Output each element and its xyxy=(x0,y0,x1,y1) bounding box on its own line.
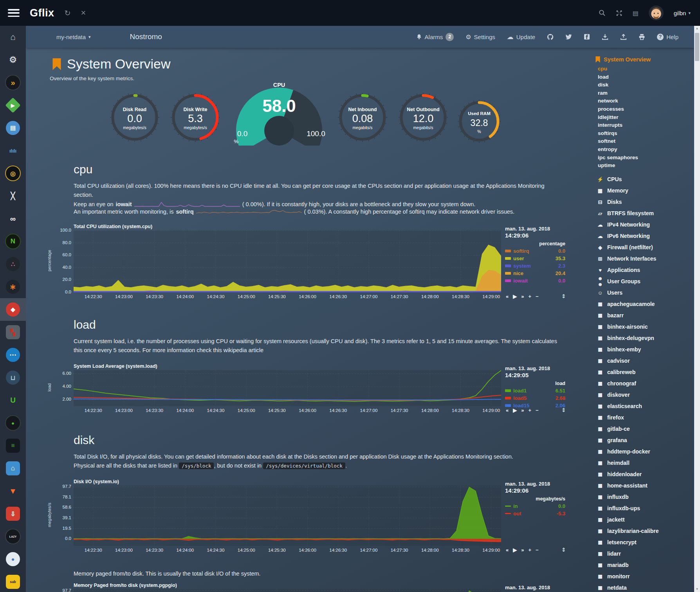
gauge-disk-write[interactable]: Disk Write 5.3 megabytes/s xyxy=(170,92,220,144)
scrollbar[interactable]: ▲ ▼ xyxy=(694,26,700,592)
download-icon[interactable] xyxy=(602,34,608,40)
disk-io-chart[interactable]: Disk I/O (system.io)megabytes/s97.778.15… xyxy=(74,481,567,558)
legend-row-load15[interactable]: load152.06 xyxy=(505,402,565,409)
settings-button[interactable]: ⚙ Settings xyxy=(465,33,495,41)
nav-app-heimdall[interactable]: ▦heimdall xyxy=(595,457,694,469)
nav-app-chronograf[interactable]: ▦chronograf xyxy=(595,378,694,389)
sabnzbd-icon[interactable]: sab xyxy=(0,570,26,592)
nav-app-bazarr[interactable]: ▦bazarr xyxy=(595,310,694,321)
update-button[interactable]: ☁ Update xyxy=(507,33,535,41)
nav-item-ipc-semaphores[interactable]: ipc semaphores xyxy=(598,154,694,162)
nav-section-users[interactable]: ☺Users xyxy=(595,287,694,299)
nav-app-apacheguacamole[interactable]: ▦apacheguacamole xyxy=(595,299,694,310)
softirq-sparkline[interactable] xyxy=(196,209,302,214)
nav-app-binhex-delugevpn[interactable]: ▦binhex-delugevpn xyxy=(595,333,694,344)
nav-item-entropy[interactable]: entropy xyxy=(598,146,694,154)
emby-icon[interactable]: ▶ xyxy=(0,94,26,117)
nav-app-home-assistant[interactable]: ▦home-assistant xyxy=(595,480,694,491)
nav-item-processes[interactable]: processes xyxy=(598,105,694,113)
chart-toolbar-icon[interactable]: − xyxy=(536,293,539,299)
user-menu[interactable]: gilbn ▾ xyxy=(674,10,691,16)
nzbget-icon[interactable]: N xyxy=(0,230,26,253)
nav-item-interrupts[interactable]: interrupts xyxy=(598,121,694,130)
nav-section-network-interfaces[interactable]: ⊞Network Interfaces xyxy=(595,253,694,265)
gauge-net-outbound[interactable]: Net Outbound 12.0 megabits/s xyxy=(398,92,448,144)
pages-icon[interactable]: ▤ xyxy=(633,9,639,17)
chart-resize-handle[interactable]: ⇕ xyxy=(561,293,566,299)
app-icon-12[interactable]: ∗ xyxy=(0,275,26,298)
app-icon-16[interactable]: ⊔ xyxy=(0,366,26,389)
legend-row-nice[interactable]: nice20.4 xyxy=(505,270,565,277)
nav-app-binhex-airsonic[interactable]: ▦binhex-airsonic xyxy=(595,321,694,333)
legend-row-softirq[interactable]: softirq0.0 xyxy=(505,247,565,255)
nav-app-grafana[interactable]: ▦grafana xyxy=(595,435,694,446)
chart-toolbar-icon[interactable]: » xyxy=(521,547,524,553)
nav-section-firewall-netfilter-[interactable]: ◈Firewall (netfilter) xyxy=(595,242,694,253)
nav-item-network[interactable]: network xyxy=(598,97,694,105)
nav-section-disks[interactable]: ⊟Disks xyxy=(595,196,694,208)
load-chart[interactable]: System Load Average (system.load)load6.0… xyxy=(74,365,567,419)
scroll-down-icon[interactable]: ▼ xyxy=(694,587,700,591)
nav-section-cpus[interactable]: ⚡CPUs xyxy=(595,174,694,185)
chart-plot-area[interactable] xyxy=(74,370,501,406)
hamburger-menu-icon[interactable] xyxy=(8,9,20,17)
scrollbar-thumb[interactable] xyxy=(695,33,699,61)
chart-resize-handle[interactable]: ⇕ xyxy=(561,547,566,553)
avatar[interactable] xyxy=(649,5,664,20)
search-app-icon[interactable]: ◎ xyxy=(0,162,26,185)
fullscreen-icon[interactable] xyxy=(616,10,622,16)
upload-icon[interactable] xyxy=(620,34,627,40)
nav-app-letsencrypt[interactable]: ▦letsencrypt xyxy=(595,537,694,548)
chart-toolbar-icon[interactable]: » xyxy=(521,293,524,299)
iowait-sparkline[interactable] xyxy=(134,201,240,207)
chart-toolbar-icon[interactable]: « xyxy=(506,547,509,553)
home-icon[interactable]: ⌂ xyxy=(0,26,26,49)
gauge-net-inbound[interactable]: Net Inbound 0.08 megabits/s xyxy=(337,92,388,144)
nav-item-disk[interactable]: disk xyxy=(598,81,694,89)
legend-row-system[interactable]: system2.3 xyxy=(505,262,565,270)
nav-item-ram[interactable]: ram xyxy=(598,89,694,97)
legend-row-load1[interactable]: load16.51 xyxy=(505,387,565,394)
nav-app-mariadb[interactable]: ▦mariadb xyxy=(595,560,694,571)
nav-app-diskover[interactable]: ▦diskover xyxy=(595,389,694,401)
chart-toolbar-icon[interactable]: + xyxy=(528,293,531,299)
machine-menu[interactable]: my-netdata ▾ xyxy=(56,34,91,40)
legend-row-load5[interactable]: load52.68 xyxy=(505,394,565,402)
chart-plot-area[interactable] xyxy=(74,589,501,592)
twitter-icon[interactable] xyxy=(565,34,572,40)
refresh-icon[interactable]: ↻ xyxy=(65,9,71,18)
chart-toolbar-icon[interactable]: ▶ xyxy=(513,293,517,299)
facebook-icon[interactable] xyxy=(584,34,590,40)
app-icon-5[interactable]: ▤ xyxy=(0,117,26,139)
nav-app-firefox[interactable]: ▦firefox xyxy=(595,412,694,423)
lazylibrarian-icon[interactable]: LAZY xyxy=(0,525,26,548)
netdata-app-icon[interactable]: ◆ xyxy=(0,298,26,321)
nav-app-jackett[interactable]: ▦jackett xyxy=(595,514,694,525)
nav-app-netdata[interactable]: ▦netdata xyxy=(595,582,694,592)
chart-toolbar-icon[interactable]: + xyxy=(528,547,531,553)
nav-app-binhex-emby[interactable]: ▦binhex-emby xyxy=(595,344,694,355)
legend-row-iowait[interactable]: iowait0.0 xyxy=(505,277,565,284)
gauge-disk-read[interactable]: Disk Read 0.0 megabytes/s xyxy=(110,92,160,144)
nav-app-lidarr[interactable]: ▦lidarr xyxy=(595,548,694,560)
nav-app-influxdb-ups[interactable]: ▦influxdb-ups xyxy=(595,503,694,514)
legend-row-user[interactable]: user35.3 xyxy=(505,255,565,262)
chart-toolbar-icon[interactable]: − xyxy=(536,547,539,553)
chart-plot-area[interactable] xyxy=(74,230,501,292)
gauge-cpu[interactable]: CPU 58.0 0.0 100.0 % xyxy=(232,79,326,147)
legend-row-in[interactable]: in0.0 xyxy=(505,502,565,510)
app-icon-22[interactable]: ⇩ xyxy=(0,502,26,525)
app-icon-18[interactable]: ● xyxy=(0,412,26,434)
help-button[interactable]: ? Help xyxy=(657,34,678,40)
alarms-button[interactable]: Alarms 2 xyxy=(416,33,454,41)
app-icon-11[interactable]: ∴ xyxy=(0,253,26,275)
chart-toolbar-icon[interactable]: ▶ xyxy=(513,547,517,553)
nav-item-cpu[interactable]: cpu xyxy=(598,65,694,73)
close-icon[interactable]: × xyxy=(81,8,86,18)
app-icon-9[interactable]: ∞ xyxy=(0,207,26,230)
nav-app-monitorr[interactable]: ▦monitorr xyxy=(595,571,694,582)
nav-section-memory[interactable]: ▦Memory xyxy=(595,185,694,196)
nav-item-softnet[interactable]: softnet xyxy=(598,137,694,146)
nav-app-cadvisor[interactable]: ▦cadvisor xyxy=(595,355,694,367)
nav-system-overview[interactable]: System Overview xyxy=(595,56,694,63)
